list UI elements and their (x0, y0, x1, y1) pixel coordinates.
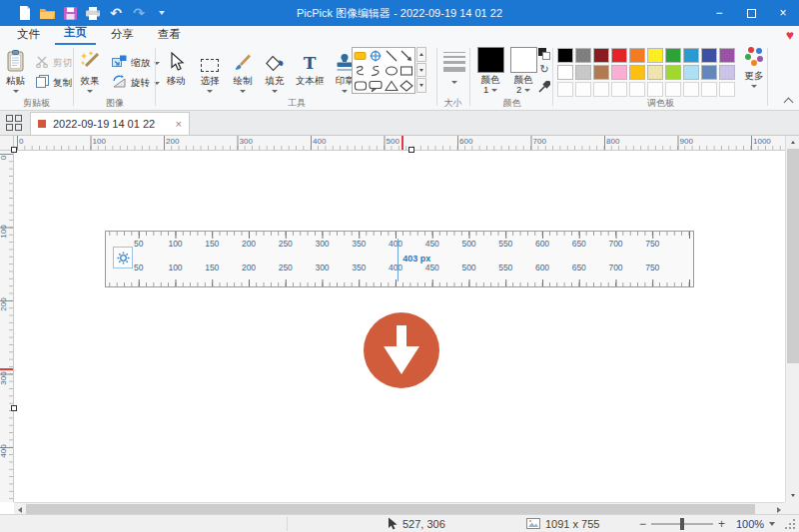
copy-button[interactable]: 复制 (36, 74, 72, 92)
window-list-icon[interactable] (6, 115, 23, 131)
select-tool-button[interactable]: 选择 (194, 47, 226, 93)
ruler-ticks-top (106, 232, 693, 239)
palette-swatch[interactable] (665, 65, 681, 80)
shape-scribble[interactable] (369, 63, 385, 78)
reset-colors-icon[interactable]: ↻ (539, 64, 548, 75)
close-button[interactable]: × (767, 0, 799, 26)
vertical-ruler: 0100200300400500 (0, 151, 14, 502)
undo-icon[interactable]: ↶ (108, 5, 124, 21)
palette-swatch-empty[interactable] (701, 82, 717, 97)
palette-swatch-empty[interactable] (647, 82, 663, 97)
tab-file[interactable]: 文件 (8, 25, 49, 45)
selection-handle-left-middle[interactable] (11, 405, 17, 411)
collapse-ribbon-icon[interactable] (784, 98, 794, 108)
gallery-scroll-down[interactable] (416, 63, 426, 78)
palette-swatch[interactable] (683, 48, 699, 63)
zoom-slider-thumb[interactable] (680, 518, 684, 530)
paste-button[interactable]: 粘贴 (6, 47, 25, 93)
print-icon[interactable] (85, 5, 101, 21)
vertical-scrollbar-thumb[interactable] (787, 149, 799, 363)
more-colors-button[interactable]: 更多 (740, 47, 768, 88)
shape-arrow-line[interactable] (400, 48, 415, 63)
color1-button[interactable]: 颜色 1 (475, 47, 505, 95)
scroll-down-icon[interactable] (786, 489, 799, 502)
move-tool-button[interactable]: 移动 (160, 47, 192, 88)
selection-handle-top-left[interactable] (11, 147, 17, 153)
palette-swatch-empty[interactable] (683, 82, 699, 97)
palette-swatch[interactable] (719, 65, 735, 80)
ruler-screenshot-number: 700 (603, 263, 629, 272)
vertical-scrollbar[interactable] (785, 136, 799, 502)
palette-swatch[interactable] (665, 48, 681, 63)
palette-swatch-empty[interactable] (557, 82, 573, 97)
palette-swatch[interactable] (557, 48, 573, 63)
palette-swatch-empty[interactable] (575, 82, 591, 97)
tab-share[interactable]: 分享 (102, 25, 143, 45)
shape-highlight[interactable] (353, 48, 369, 63)
palette-swatch-empty[interactable] (593, 82, 609, 97)
palette-swatch[interactable] (611, 65, 627, 80)
shape-curve[interactable] (353, 63, 369, 78)
textbox-tool-button[interactable]: T 文本框 (292, 47, 328, 88)
draw-tool-button[interactable]: 绘制 (228, 47, 258, 93)
zoom-in-button[interactable]: + (718, 517, 725, 531)
shape-rectangle[interactable] (400, 63, 415, 78)
palette-swatch[interactable] (629, 65, 645, 80)
tab-view[interactable]: 查看 (149, 25, 190, 45)
shape-crosshair[interactable] (369, 48, 385, 63)
palette-swatch-empty[interactable] (719, 82, 735, 97)
palette-swatch[interactable] (701, 65, 717, 80)
rotate-button[interactable]: 旋转 (112, 74, 160, 92)
minimize-button[interactable]: − (703, 0, 735, 26)
palette-swatch[interactable] (683, 65, 699, 80)
palette-swatch[interactable] (575, 65, 591, 80)
palette-swatch[interactable] (575, 48, 591, 63)
palette-swatch[interactable] (701, 48, 717, 63)
document-tab[interactable]: 2022-09-19 14 01 22 × (30, 112, 190, 135)
color2-button[interactable]: 颜色 2 (508, 47, 538, 95)
maximize-button[interactable] (735, 0, 767, 26)
tab-home[interactable]: 主页 (55, 23, 96, 45)
heart-icon[interactable]: ♥ (786, 28, 794, 42)
palette-swatch[interactable] (629, 48, 645, 63)
line-size-button[interactable] (441, 47, 467, 84)
resize-grip[interactable] (785, 519, 795, 529)
effects-button[interactable]: 效果 (79, 47, 101, 93)
scroll-up-icon[interactable] (786, 136, 799, 149)
eyedropper-icon[interactable] (538, 79, 550, 97)
shape-diamond[interactable] (400, 78, 415, 93)
qat-more-icon[interactable] (154, 5, 170, 21)
palette-swatch-empty[interactable] (629, 82, 645, 97)
swap-colors-icon[interactable] (538, 48, 550, 60)
shape-line[interactable] (384, 48, 400, 63)
palette-swatch[interactable] (719, 48, 735, 63)
shape-rounded-rectangle[interactable] (353, 78, 369, 93)
fill-tool-button[interactable]: 填充 (260, 47, 290, 93)
tab-close-icon[interactable]: × (176, 118, 182, 130)
selection-handle-top-middle[interactable] (408, 147, 414, 153)
palette-swatch-empty[interactable] (611, 82, 627, 97)
zoom-slider[interactable] (651, 523, 713, 525)
group-separator (767, 48, 768, 106)
palette-swatch[interactable] (647, 65, 663, 80)
palette-swatch[interactable] (593, 48, 609, 63)
palette-swatch[interactable] (593, 65, 609, 80)
palette-swatch[interactable] (557, 65, 573, 80)
new-file-icon[interactable] (16, 5, 32, 21)
resize-button[interactable]: 缩放 (112, 54, 160, 72)
shape-triangle[interactable] (384, 78, 400, 93)
shape-ellipse[interactable] (384, 63, 400, 78)
gallery-expand[interactable] (416, 78, 426, 93)
size-dropdown-caret (451, 81, 457, 84)
canvas[interactable]: 5010015020025030035040045050055060065070… (14, 151, 785, 502)
zoom-out-button[interactable]: − (639, 517, 646, 531)
palette-swatch[interactable] (647, 48, 663, 63)
zoom-dropdown-caret[interactable] (769, 522, 775, 526)
palette-swatch-empty[interactable] (665, 82, 681, 97)
palette-swatch[interactable] (611, 48, 627, 63)
save-icon[interactable] (62, 5, 78, 21)
shape-speech-bubble[interactable] (369, 78, 385, 93)
open-folder-icon[interactable] (39, 5, 55, 21)
image-group-label: 图像 (75, 97, 155, 110)
gallery-scroll-up[interactable] (416, 47, 426, 62)
